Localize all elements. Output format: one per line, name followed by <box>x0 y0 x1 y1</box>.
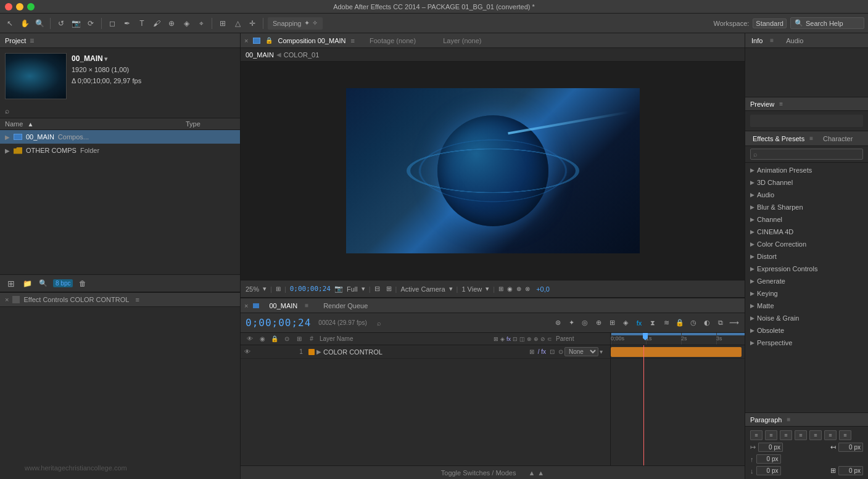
effect-blur-sharpen[interactable]: ▶ Blur & Sharpen <box>745 201 868 213</box>
new-folder-btn[interactable]: 📁 <box>21 277 33 290</box>
flow-btn[interactable]: ⟿ <box>729 317 740 329</box>
layer-eye-1b[interactable]: ⊡ <box>548 348 556 355</box>
indent-left-input[interactable] <box>758 443 783 452</box>
search-timeline[interactable]: ⌕ <box>377 319 381 327</box>
mask-tool[interactable]: ◻ <box>106 17 118 30</box>
effect-audio[interactable]: ▶ Audio <box>745 189 868 201</box>
anchor-tool[interactable]: ✛ <box>246 17 258 30</box>
draft-btn[interactable]: ◈ <box>620 317 631 329</box>
comp-marker-btn[interactable]: ⊛ <box>552 317 563 329</box>
quality-arrow[interactable]: ▾ <box>362 285 365 293</box>
motion-blur-btn[interactable]: ◎ <box>579 317 590 329</box>
brush-tool[interactable]: 🖌 <box>151 17 163 30</box>
justify-all-btn[interactable]: ≡ <box>839 430 851 440</box>
rotate-tool[interactable]: ↺ <box>55 17 67 30</box>
paragraph-menu[interactable]: ≡ <box>787 416 790 423</box>
camera-tool[interactable]: 📷 <box>70 17 82 30</box>
effect-keying[interactable]: ▶ Keying <box>745 287 868 300</box>
effect-channel[interactable]: ▶ Channel <box>745 213 868 226</box>
view-arrow[interactable]: ▾ <box>486 285 489 293</box>
expand-btn[interactable]: ⧉ <box>715 317 726 329</box>
fx-btn[interactable]: fx <box>634 317 645 329</box>
lock-btn[interactable]: 🔒 <box>674 317 685 329</box>
effect-animation-presets[interactable]: ▶ Animation Presets <box>745 164 868 176</box>
hide-btn[interactable]: ◷ <box>688 317 699 329</box>
layer-panel-tab[interactable]: Layer (none) <box>443 37 481 44</box>
effect-controls-close[interactable]: × <box>5 296 9 303</box>
project-menu-icon[interactable]: ≡ <box>30 36 34 45</box>
clone-tool[interactable]: ⊕ <box>165 17 178 30</box>
snapping-toggle[interactable]: Snapping ✦ ✧ <box>268 17 323 30</box>
space-before-input[interactable] <box>756 454 781 464</box>
align-center-btn[interactable]: ≡ <box>765 430 777 440</box>
parent-arrow[interactable]: ▾ <box>600 348 603 355</box>
timecode-display[interactable]: 0;00;00;24 <box>290 285 331 293</box>
timeline-comp-tab[interactable]: 00_MAIN <box>264 301 302 311</box>
comp-tab-menu[interactable]: ≡ <box>351 37 355 44</box>
camera-label[interactable]: Active Camera <box>400 285 445 293</box>
info-menu[interactable]: ≡ <box>770 37 774 44</box>
effect-perspective[interactable]: ▶ Perspective <box>745 337 868 349</box>
layer-name-1[interactable]: COLOR CONTROL <box>323 348 526 356</box>
sort-icon[interactable]: ▲ <box>27 121 33 128</box>
align-left-btn[interactable]: ≡ <box>750 430 763 440</box>
text-tool[interactable]: T <box>136 17 148 30</box>
effect-expression-controls[interactable]: ▶ Expression Controls <box>745 263 868 275</box>
effect-obsolete[interactable]: ▶ Obsolete <box>745 324 868 337</box>
timeline-zoom-icon[interactable]: ▲ <box>528 469 535 477</box>
layer-switch-1a[interactable]: ⊠ <box>527 348 536 355</box>
comp-tab-label[interactable]: Composition 00_MAIN <box>278 37 345 44</box>
layer-expand-1[interactable]: ▶ <box>316 348 321 355</box>
timeline-nav-icon[interactable]: ▲ <box>537 469 544 477</box>
audio-tab[interactable]: Audio <box>783 36 806 46</box>
breadcrumb-child[interactable]: COLOR_01 <box>284 51 319 59</box>
effect-color-correction[interactable]: ▶ Color Correction <box>745 238 868 250</box>
project-item-main[interactable]: ▶ 00_MAIN Compos... <box>0 130 240 144</box>
render-icon[interactable]: ⊕ <box>516 285 521 292</box>
effect-cinema4d[interactable]: ▶ CINEMA 4D <box>745 226 868 238</box>
camera-arrow[interactable]: ▾ <box>449 285 453 293</box>
zoom-arrow[interactable]: ▾ <box>263 285 267 293</box>
footage-panel-tab[interactable]: Footage (none) <box>370 37 416 44</box>
align-right-btn[interactable]: ≡ <box>780 430 792 440</box>
layer-eye-1[interactable]: 👁 <box>243 348 252 355</box>
justify-right-btn[interactable]: ≡ <box>824 430 837 440</box>
effect-controls-label[interactable]: Effect Controls COLOR CONTROL <box>23 296 129 303</box>
orbit-tool[interactable]: ⟳ <box>85 17 97 30</box>
effects-search-input[interactable] <box>750 149 863 160</box>
effects-presets-tab[interactable]: Effects & Presets <box>750 134 807 144</box>
hand-tool[interactable]: ✋ <box>19 17 31 30</box>
search-project-btn[interactable]: 🔍 <box>37 277 49 290</box>
comp-tab-close[interactable]: × <box>244 37 248 44</box>
toggle-modes-btn[interactable]: Toggle Switches / Modes <box>441 469 516 477</box>
align-tool[interactable]: ⊞ <box>217 17 229 30</box>
effect-noise-grain[interactable]: ▶ Noise & Grain <box>745 312 868 324</box>
3d-layer-btn[interactable]: ⊕ <box>593 317 604 329</box>
eraser-tool[interactable]: ◈ <box>180 17 192 30</box>
zoom-tool[interactable]: 🔍 <box>33 17 46 30</box>
preview-icon[interactable]: ◉ <box>507 285 513 292</box>
timeline-close[interactable]: × <box>244 302 248 309</box>
effect-matte[interactable]: ▶ Matte <box>745 300 868 312</box>
new-item-btn[interactable]: ⊞ <box>5 277 17 290</box>
zoom-label[interactable]: 25% <box>246 285 259 293</box>
effect-3d-channel[interactable]: ▶ 3D Channel <box>745 176 868 189</box>
frame-blend-btn[interactable]: ⊞ <box>606 317 618 329</box>
info-tab[interactable]: Info <box>749 36 765 46</box>
indent-right-input[interactable] <box>838 443 863 452</box>
grid-icon[interactable]: ⊞ <box>498 285 503 292</box>
color-btn[interactable]: ◐ <box>701 317 713 329</box>
justify-left-btn[interactable]: ≡ <box>795 430 807 440</box>
time-remap-btn[interactable]: ≋ <box>661 317 672 329</box>
character-tab[interactable]: Character <box>820 134 855 144</box>
timecode-display[interactable]: 0;00;00;24 <box>246 317 311 329</box>
search-help-box[interactable]: 🔍 Search Help <box>790 17 864 29</box>
space-after-input[interactable] <box>756 466 781 475</box>
breadcrumb-root[interactable]: 00_MAIN <box>246 51 274 59</box>
solo-btn[interactable]: ✦ <box>566 317 577 329</box>
minimize-button[interactable] <box>16 3 23 10</box>
fit-icon[interactable]: ⊞ <box>276 285 281 292</box>
3d-icon[interactable]: ⊗ <box>525 285 530 292</box>
preview-menu[interactable]: ≡ <box>779 100 783 107</box>
timeline-comp-menu[interactable]: ≡ <box>305 302 308 309</box>
